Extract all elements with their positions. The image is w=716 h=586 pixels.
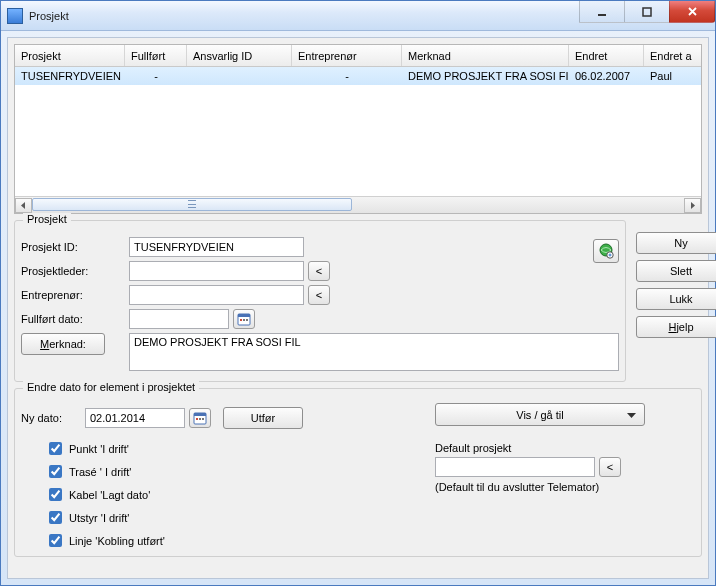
label-prosjekt-id: Prosjekt ID: (21, 241, 129, 253)
prosjekt-id-input[interactable] (129, 237, 304, 257)
ny-button[interactable]: Ny (636, 232, 716, 254)
fullfort-dato-input[interactable] (129, 309, 229, 329)
svg-rect-5 (238, 314, 250, 317)
ny-dato-input[interactable] (85, 408, 185, 428)
element-checklist: Punkt 'I drift' Trasé ' I drift' Kabel '… (45, 439, 395, 550)
form-area: Prosjekt Prosjekt ID: Prosjektleder: (14, 220, 702, 382)
merknad-textarea[interactable]: DEMO PROSJEKT FRA SOSI FIL (129, 333, 619, 371)
chk-utstyr-input[interactable] (49, 511, 62, 524)
table-row[interactable]: TUSENFRYDVEIEN - - DEMO PROSJEKT FRA SOS… (15, 67, 701, 85)
globe-button[interactable] (593, 239, 619, 263)
cell-entreprenor: - (292, 70, 402, 82)
svg-rect-10 (194, 413, 206, 416)
default-prosjekt-hint: (Default til du avslutter Telemator) (435, 481, 695, 493)
svg-rect-13 (202, 418, 204, 420)
entreprenor-input[interactable] (129, 285, 304, 305)
chk-punkt[interactable]: Punkt 'I drift' (45, 439, 395, 458)
chk-utstyr-label: Utstyr 'I drift' (69, 512, 129, 524)
hjelp-button[interactable]: Hjelp (636, 316, 716, 338)
project-form-group: Prosjekt Prosjekt ID: Prosjektleder: (14, 220, 626, 382)
svg-rect-6 (240, 319, 242, 321)
chk-trase[interactable]: Trasé ' I drift' (45, 462, 395, 481)
col-prosjekt[interactable]: Prosjekt (15, 45, 125, 66)
svg-rect-0 (598, 14, 606, 16)
scroll-thumb[interactable] (32, 198, 352, 211)
chk-kabel-label: Kabel 'Lagt dato' (69, 489, 150, 501)
fullfort-dato-calendar-button[interactable] (233, 309, 255, 329)
svg-rect-12 (199, 418, 201, 420)
label-default-prosjekt: Default prosjekt (435, 442, 695, 454)
svg-rect-7 (243, 319, 245, 321)
vis-ga-til-dropdown[interactable]: Vis / gå til (435, 403, 645, 426)
col-ansvarlig[interactable]: Ansvarlig ID (187, 45, 292, 66)
cell-endret-av: Paul (644, 70, 701, 82)
grid-header[interactable]: Prosjekt Fullført Ansvarlig ID Entrepren… (15, 45, 701, 67)
side-buttons: Ny Slett Lukk Hjelp (636, 220, 716, 382)
default-prosjekt-input[interactable] (435, 457, 595, 477)
prosjektleder-picker-button[interactable]: < (308, 261, 330, 281)
chk-trase-label: Trasé ' I drift' (69, 466, 131, 478)
scroll-right-button[interactable] (684, 198, 701, 213)
default-prosjekt-area: Default prosjekt < (Default til du avslu… (435, 442, 695, 493)
chk-kabel-input[interactable] (49, 488, 62, 501)
svg-rect-1 (643, 8, 651, 16)
chevron-down-icon (627, 409, 636, 421)
grid-body[interactable]: TUSENFRYDVEIEN - - DEMO PROSJEKT FRA SOS… (15, 67, 701, 196)
window: Prosjekt Prosjekt Fullført Ansvarlig ID … (0, 0, 716, 586)
cell-prosjekt: TUSENFRYDVEIEN (15, 70, 125, 82)
label-ny-dato: Ny dato: (21, 412, 85, 424)
scroll-left-button[interactable] (15, 198, 32, 213)
chk-kabel[interactable]: Kabel 'Lagt dato' (45, 485, 395, 504)
maximize-button[interactable] (624, 1, 670, 23)
minimize-button[interactable] (579, 1, 625, 23)
lukk-button[interactable]: Lukk (636, 288, 716, 310)
prosjektleder-input[interactable] (129, 261, 304, 281)
window-title: Prosjekt (29, 10, 69, 22)
entreprenor-picker-button[interactable]: < (308, 285, 330, 305)
label-merknad: Merknad: (21, 333, 105, 355)
slett-button[interactable]: Slett (636, 260, 716, 282)
default-prosjekt-picker-button[interactable]: < (599, 457, 621, 477)
horizontal-scrollbar[interactable] (15, 196, 701, 213)
cell-merknad: DEMO PROSJEKT FRA SOSI FIL (402, 70, 569, 82)
close-button[interactable] (669, 1, 715, 23)
utfor-button[interactable]: Utfør (223, 407, 303, 429)
label-fullfort-dato: Fullført dato: (21, 313, 129, 325)
cell-endret: 06.02.2007 (569, 70, 644, 82)
merknad-button[interactable]: Merknad: (21, 333, 105, 355)
ny-dato-calendar-button[interactable] (189, 408, 211, 428)
col-merknad[interactable]: Merknad (402, 45, 569, 66)
app-icon (7, 8, 23, 24)
chk-linje-label: Linje 'Kobling utført' (69, 535, 165, 547)
group-title-prosjekt: Prosjekt (23, 213, 71, 225)
client-area: Prosjekt Fullført Ansvarlig ID Entrepren… (7, 37, 709, 579)
dropdown-label: Vis / gå til (516, 409, 564, 421)
chk-linje[interactable]: Linje 'Kobling utført' (45, 531, 395, 550)
label-prosjektleder: Prosjektleder: (21, 265, 129, 277)
chk-punkt-input[interactable] (49, 442, 62, 455)
chk-punkt-label: Punkt 'I drift' (69, 443, 129, 455)
group-title-endre-dato: Endre dato for element i prosjektet (23, 381, 199, 393)
globe-icon (598, 243, 614, 259)
calendar-icon (193, 411, 207, 425)
col-entreprenor[interactable]: Entreprenør (292, 45, 402, 66)
chk-trase-input[interactable] (49, 465, 62, 478)
svg-rect-8 (246, 319, 248, 321)
col-endret[interactable]: Endret (569, 45, 644, 66)
chk-utstyr[interactable]: Utstyr 'I drift' (45, 508, 395, 527)
calendar-icon (237, 312, 251, 326)
chk-linje-input[interactable] (49, 534, 62, 547)
endre-dato-group: Endre dato for element i prosjektet Ny d… (14, 388, 702, 557)
project-grid[interactable]: Prosjekt Fullført Ansvarlig ID Entrepren… (14, 44, 702, 214)
cell-fullfort: - (125, 70, 187, 82)
col-endret-av[interactable]: Endret a (644, 45, 701, 66)
titlebar[interactable]: Prosjekt (1, 1, 715, 31)
scroll-track[interactable] (32, 198, 684, 213)
label-entreprenor: Entreprenør: (21, 289, 129, 301)
col-fullfort[interactable]: Fullført (125, 45, 187, 66)
window-buttons (580, 1, 715, 23)
svg-rect-11 (196, 418, 198, 420)
